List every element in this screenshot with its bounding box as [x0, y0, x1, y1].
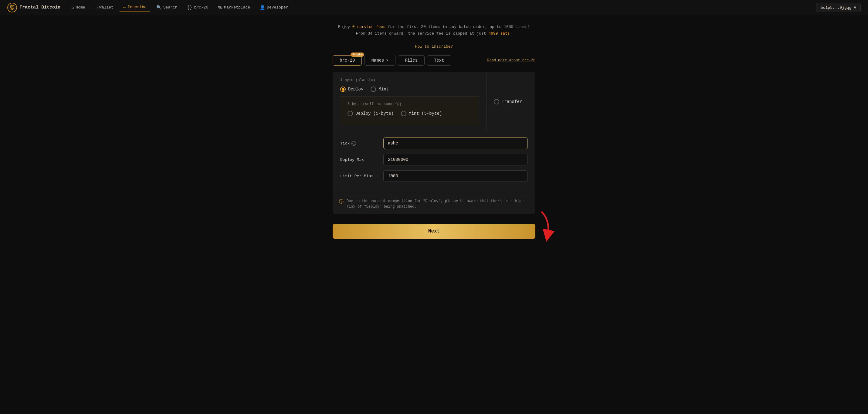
nav-item-inscribe[interactable]: ✏ Inscribe [120, 3, 150, 12]
next-button-container: Next [333, 220, 535, 239]
search-icon: 🔍 [156, 5, 161, 10]
deploy-max-label: Deploy Max [340, 158, 380, 162]
developer-icon: 👤 [260, 5, 265, 10]
next-button[interactable]: Next [333, 224, 535, 239]
limit-per-mint-field-row: Limit Per Mint [340, 170, 528, 182]
navbar: Fractal Bitcoin ⌂ Home ▭ Wallet ✏ Inscri… [0, 0, 868, 15]
promo-banner: Enjoy 0 service fees for the first 20 it… [333, 24, 535, 37]
nav-item-wallet[interactable]: ▭ Wallet [91, 3, 117, 12]
read-more-brc20-link[interactable]: Read more about brc-20 [488, 58, 535, 63]
deploy-5byte-radio-circle [347, 111, 353, 116]
warning-box: ⓘ Due to the current competition for "De… [333, 194, 535, 214]
limit-per-mint-label: Limit Per Mint [340, 174, 380, 179]
deploy-radio-label[interactable]: Deploy [340, 87, 363, 92]
deploy-max-input[interactable] [383, 154, 528, 165]
svg-point-0 [8, 3, 17, 12]
form-section: Tick ⓘ Deploy Max Limit Per Mint [333, 131, 535, 194]
5byte-section-label: 5-byte (self-issuance ⓘ) [347, 101, 472, 106]
warning-icon: ⓘ [339, 199, 344, 206]
transfer-radio-label[interactable]: Transfer [494, 99, 528, 104]
mint-radio-label[interactable]: Mint [371, 87, 389, 92]
nav-wallet-section: bc1p5...0jgqg ∨ [816, 3, 861, 12]
tick-field-row: Tick ⓘ [340, 137, 528, 149]
tab-row: 5-byte brc-20 Names ▾ Files Text Read mo… [333, 55, 535, 66]
tab-text[interactable]: Text [427, 55, 451, 66]
classic-radio-group: Deploy Mint [340, 87, 479, 92]
op-right-panel: Transfer [487, 72, 535, 131]
marketplace-icon: 🛍 [218, 5, 222, 10]
tick-input[interactable] [383, 137, 528, 149]
deploy-5byte-radio-label[interactable]: Deploy (5-byte) [347, 111, 394, 116]
tab-files[interactable]: Files [398, 55, 425, 66]
5byte-radio-group: Deploy (5-byte) Mint (5-byte) [347, 111, 472, 116]
deploy-radio-circle [340, 87, 346, 92]
how-to-inscribe-link[interactable]: How to inscribe? [333, 44, 535, 49]
nav-item-developer[interactable]: 👤 Developer [256, 3, 292, 12]
tick-info-icon[interactable]: ⓘ [351, 141, 356, 146]
mint-5byte-radio-label[interactable]: Mint (5-byte) [401, 111, 442, 116]
nav-item-search[interactable]: 🔍 Search [153, 3, 181, 12]
inscribe-icon: ✏ [123, 5, 126, 10]
op-5byte-section: 5-byte (self-issuance ⓘ) Deploy (5-byte)… [340, 97, 479, 125]
operation-card: 4-byte (classic) Deploy Mint 5-byte (sel… [333, 72, 535, 214]
mint-5byte-radio-circle [401, 111, 406, 116]
mint-radio-circle [371, 87, 376, 92]
nav-logo[interactable]: Fractal Bitcoin [7, 3, 60, 12]
classic-section-label: 4-byte (classic) [340, 78, 479, 82]
nav-item-home[interactable]: ⌂ Home [68, 3, 89, 12]
chevron-down-icon: ▾ [386, 58, 388, 63]
limit-per-mint-input[interactable] [383, 170, 528, 182]
operation-section: 4-byte (classic) Deploy Mint 5-byte (sel… [333, 72, 535, 131]
wallet-icon: ▭ [95, 5, 97, 10]
home-icon: ⌂ [71, 5, 74, 10]
transfer-radio-circle [494, 99, 499, 104]
brc20-icon: {} [187, 5, 192, 10]
deploy-max-field-row: Deploy Max [340, 154, 528, 165]
tab-names[interactable]: Names ▾ [364, 55, 395, 66]
op-left-panel: 4-byte (classic) Deploy Mint 5-byte (sel… [333, 72, 487, 131]
wallet-address-button[interactable]: bc1p5...0jgqg ∨ [816, 3, 861, 12]
nav-item-brc20[interactable]: {} brc-20 [184, 3, 212, 12]
logo-text: Fractal Bitcoin [20, 5, 60, 10]
tab-brc20[interactable]: 5-byte brc-20 [333, 55, 362, 66]
main-content: Enjoy 0 service fees for the first 20 it… [328, 15, 540, 257]
tick-label: Tick ⓘ [340, 141, 380, 146]
badge-5byte: 5-byte [350, 53, 364, 57]
nav-item-marketplace[interactable]: 🛍 Marketplace [214, 3, 254, 12]
